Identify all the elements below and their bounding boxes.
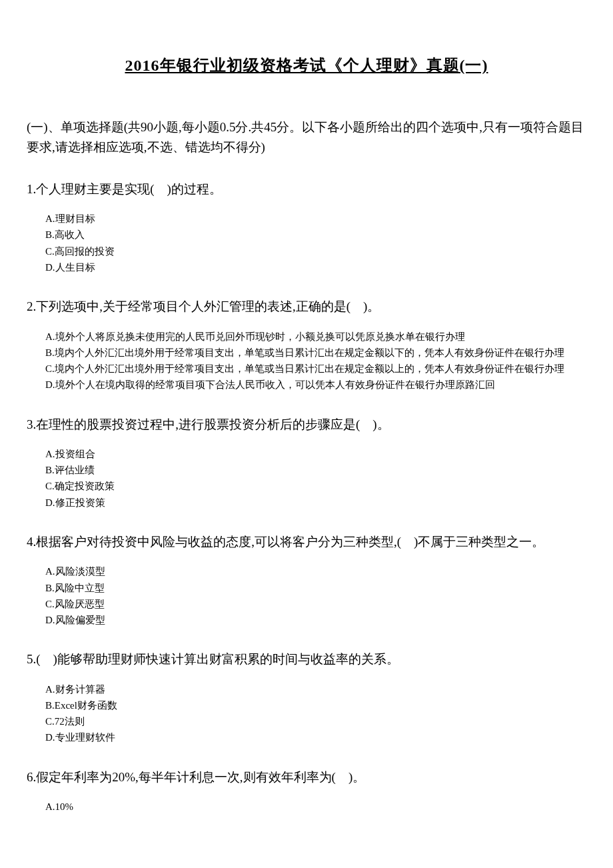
options-list: A.财务计算器 B.Excel财务函数 C.72法则 D.专业理财软件 [27, 682, 586, 746]
option-d: D.境外个人在境内取得的经常项目项下合法人民币收入，可以凭本人有效身份证件在银行… [45, 377, 586, 393]
option-d: D.风险偏爱型 [45, 613, 586, 628]
question-2: 2.下列选项中,关于经常项目个人外汇管理的表述,正确的是( )。 A.境外个人将… [27, 297, 586, 393]
option-b: B.风险中立型 [45, 581, 586, 596]
option-a: A.风险淡漠型 [45, 564, 586, 579]
options-list: A.风险淡漠型 B.风险中立型 C.风险厌恶型 D.风险偏爱型 [27, 564, 586, 628]
option-c: C.境内个人外汇汇出境外用于经常项目支出，单笔或当日累计汇出在规定金额以上的，凭… [45, 361, 586, 377]
question-5: 5.( )能够帮助理财师快速计算出财富积累的时间与收益率的关系。 A.财务计算器… [27, 649, 586, 745]
option-c: C.风险厌恶型 [45, 597, 586, 612]
question-text: 2.下列选项中,关于经常项目个人外汇管理的表述,正确的是( )。 [27, 297, 586, 317]
question-6: 6.假定年利率为20%,每半年计利息一次,则有效年利率为( )。 A.10% [27, 767, 586, 815]
option-d: D.专业理财软件 [45, 730, 586, 745]
option-b: B.评估业绩 [45, 463, 586, 478]
options-list: A.投资组合 B.评估业绩 C.确定投资政策 D.修正投资策 [27, 447, 586, 511]
option-a: A.10% [45, 799, 586, 815]
question-text: 1.个人理财主要是实现( )的过程。 [27, 179, 586, 199]
question-text: 6.假定年利率为20%,每半年计利息一次,则有效年利率为( )。 [27, 767, 586, 787]
question-4: 4.根据客户对待投资中风险与收益的态度,可以将客户分为三种类型,( )不属于三种… [27, 532, 586, 628]
option-d: D.修正投资策 [45, 495, 586, 511]
options-list: A.10% [27, 799, 586, 815]
section-instructions: (一)、单项选择题(共90小题,每小题0.5分.共45分。以下各小题所给出的四个… [27, 117, 586, 158]
option-b: B.Excel财务函数 [45, 698, 586, 713]
option-c: C.高回报的投资 [45, 244, 586, 259]
option-a: A.财务计算器 [45, 682, 586, 697]
option-a: A.理财目标 [45, 211, 586, 227]
option-c: C.72法则 [45, 714, 586, 729]
option-a: A.投资组合 [45, 447, 586, 462]
option-d: D.人生目标 [45, 260, 586, 275]
question-1: 1.个人理财主要是实现( )的过程。 A.理财目标 B.高收入 C.高回报的投资… [27, 179, 586, 275]
option-b: B.高收入 [45, 227, 586, 243]
option-c: C.确定投资政策 [45, 479, 586, 494]
option-b: B.境内个人外汇汇出境外用于经常项目支出，单笔或当日累计汇出在规定金额以下的，凭… [45, 345, 586, 361]
option-a: A.境外个人将原兑换未使用完的人民币兑回外币现钞时，小额兑换可以凭原兑换水单在银… [45, 329, 586, 345]
options-list: A.理财目标 B.高收入 C.高回报的投资 D.人生目标 [27, 211, 586, 275]
question-text: 5.( )能够帮助理财师快速计算出财富积累的时间与收益率的关系。 [27, 649, 586, 669]
question-text: 3.在理性的股票投资过程中,进行股票投资分析后的步骤应是( )。 [27, 415, 586, 435]
exam-title: 2016年银行业初级资格考试《个人理财》真题(一) [27, 53, 586, 77]
options-list: A.境外个人将原兑换未使用完的人民币兑回外币现钞时，小额兑换可以凭原兑换水单在银… [27, 329, 586, 393]
question-3: 3.在理性的股票投资过程中,进行股票投资分析后的步骤应是( )。 A.投资组合 … [27, 415, 586, 511]
question-text: 4.根据客户对待投资中风险与收益的态度,可以将客户分为三种类型,( )不属于三种… [27, 532, 586, 552]
